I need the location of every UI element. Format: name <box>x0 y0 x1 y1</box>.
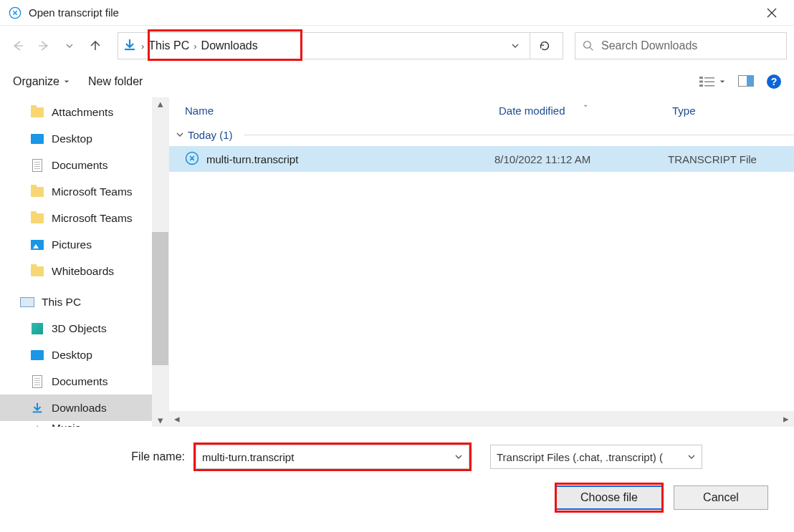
address-dropdown[interactable] <box>505 40 525 52</box>
nav-row: › This PC › Downloads Search Downloads <box>0 26 794 66</box>
folder-icon <box>30 107 44 117</box>
view-menu[interactable] <box>699 76 725 87</box>
download-icon <box>30 402 44 415</box>
divider <box>244 135 794 135</box>
folder-icon <box>30 266 44 276</box>
svg-rect-2 <box>699 77 703 79</box>
search-icon <box>583 40 594 52</box>
toolbar: Organize New folder ? <box>0 66 794 97</box>
new-folder-button[interactable]: New folder <box>88 75 143 88</box>
arrow-up-icon <box>88 39 102 53</box>
svg-rect-6 <box>699 84 703 87</box>
tree-item-label: Pictures <box>52 238 92 251</box>
tree-item[interactable]: Microsoft Teams <box>0 205 152 231</box>
file-type: TRANSCRIPT File <box>668 153 794 165</box>
sort-indicator-icon: ⌄ <box>583 100 588 108</box>
tree-item[interactable]: 3D Objects <box>0 315 152 342</box>
svg-rect-4 <box>699 81 703 83</box>
search-box[interactable]: Search Downloads <box>575 32 787 59</box>
file-row[interactable]: multi-turn.transcript 8/10/2022 11:12 AM… <box>169 146 794 172</box>
tree-item[interactable]: Whiteboards <box>0 258 152 284</box>
file-date: 8/10/2022 11:12 AM <box>494 153 668 165</box>
chevron-right-icon: › <box>193 41 196 52</box>
column-headers: Name ⌄ Date modified Type <box>169 97 794 123</box>
search-placeholder: Search Downloads <box>601 39 697 52</box>
arrow-left-icon <box>11 39 25 53</box>
scroll-right-icon[interactable]: ▸ <box>778 411 794 427</box>
tree-item-label: Desktop <box>52 132 92 145</box>
tree-item-label: Music <box>52 422 80 427</box>
scroll-left-icon[interactable]: ◂ <box>169 411 185 427</box>
scrollbar-thumb[interactable] <box>152 232 168 365</box>
breadcrumb-this-pc[interactable]: This PC <box>148 39 189 52</box>
recent-dropdown[interactable] <box>59 35 80 57</box>
column-date[interactable]: ⌄ Date modified <box>499 105 672 117</box>
tree-item-label: Downloads <box>52 402 107 415</box>
refresh-button[interactable] <box>530 33 558 59</box>
choose-file-button[interactable]: Choose file <box>555 485 664 510</box>
group-header[interactable]: Today (1) <box>169 123 794 146</box>
caret-down-icon <box>64 79 70 84</box>
cancel-button[interactable]: Cancel <box>674 485 768 510</box>
file-name: multi-turn.transcript <box>206 153 298 165</box>
arrow-right-icon <box>37 39 51 53</box>
music-icon: ♪ <box>30 422 44 427</box>
cube-icon <box>30 323 44 334</box>
close-button[interactable] <box>755 2 788 24</box>
up-button[interactable] <box>85 35 106 57</box>
desktop-icon <box>30 134 44 144</box>
address-bar[interactable]: › This PC › Downloads <box>118 32 563 59</box>
chevron-down-icon <box>66 42 73 49</box>
transcript-file-icon <box>185 151 199 168</box>
column-type[interactable]: Type <box>672 105 794 117</box>
group-label: Today (1) <box>188 129 233 141</box>
tree-item[interactable]: ♪Music <box>0 421 152 427</box>
file-name-value: multi-turn.transcript <box>202 451 294 463</box>
window-title: Open transcript file <box>29 6 119 19</box>
tree-item[interactable]: Microsoft Teams <box>0 178 152 205</box>
tree-item-label: Attachments <box>52 106 113 119</box>
help-button[interactable]: ? <box>767 74 781 89</box>
tree-item[interactable]: Documents <box>0 152 152 178</box>
scroll-up-icon[interactable]: ▴ <box>152 97 168 110</box>
tree-item[interactable]: Pictures <box>0 231 152 258</box>
organize-menu[interactable]: Organize <box>13 75 70 88</box>
tree-item[interactable]: Desktop <box>0 125 152 152</box>
horizontal-scrollbar[interactable]: ◂ ▸ <box>169 411 794 427</box>
close-icon <box>767 8 777 18</box>
file-type-filter[interactable]: Transcript Files (.chat, .transcript) ( <box>490 445 702 469</box>
details-view-icon <box>699 76 715 87</box>
tree-item-label: Microsoft Teams <box>52 212 133 225</box>
svg-rect-7 <box>704 85 714 87</box>
chevron-down-icon <box>687 453 696 461</box>
preview-pane-button[interactable] <box>738 75 754 89</box>
tree-scrollbar[interactable]: ▴ ▾ <box>152 97 168 427</box>
chevron-right-icon: › <box>141 41 144 52</box>
chevron-down-icon <box>511 42 520 50</box>
breadcrumb-downloads[interactable]: Downloads <box>201 39 258 52</box>
forward-button[interactable] <box>33 35 54 57</box>
nav-tree[interactable]: AttachmentsDesktopDocumentsMicrosoft Tea… <box>0 97 152 427</box>
doc-icon <box>30 159 44 172</box>
doc-icon <box>30 375 44 388</box>
organize-label: Organize <box>13 75 59 88</box>
pc-icon <box>20 297 34 307</box>
svg-rect-9 <box>747 75 754 86</box>
file-name-label: File name: <box>0 450 188 463</box>
file-type-filter-label: Transcript Files (.chat, .transcript) ( <box>497 451 663 463</box>
chevron-down-icon <box>176 131 183 138</box>
caret-down-icon <box>719 79 725 84</box>
tree-item[interactable]: This PC <box>0 289 152 315</box>
file-name-input[interactable]: multi-turn.transcript <box>196 445 469 469</box>
svg-rect-5 <box>704 82 714 83</box>
tree-item[interactable]: Downloads <box>0 395 152 421</box>
column-name[interactable]: Name <box>185 105 499 117</box>
svg-point-1 <box>584 42 591 49</box>
tree-item-label: Whiteboards <box>52 265 114 278</box>
tree-item[interactable]: Documents <box>0 368 152 395</box>
tree-item[interactable]: Attachments <box>0 99 152 125</box>
folder-icon <box>30 213 44 223</box>
scroll-down-icon[interactable]: ▾ <box>152 414 168 427</box>
back-button[interactable] <box>7 35 29 57</box>
tree-item[interactable]: Desktop <box>0 342 152 368</box>
